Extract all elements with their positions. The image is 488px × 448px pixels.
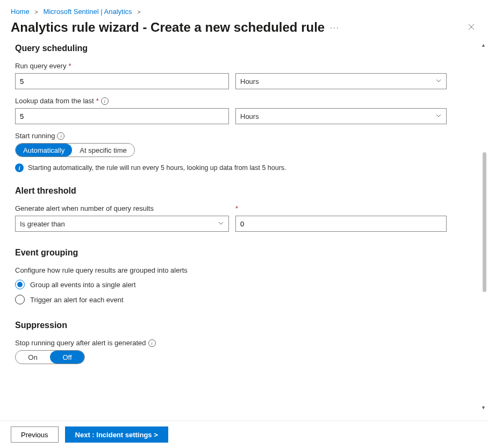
suppression-label: Stop running query after alert is genera…: [15, 339, 454, 347]
chevron-down-icon: [435, 112, 442, 120]
threshold-label: Generate alert when number of query resu…: [15, 204, 229, 212]
run-every-input[interactable]: [15, 73, 229, 89]
radio-group-all-label: Group all events into a single alert: [30, 281, 136, 289]
breadcrumb-sentinel[interactable]: Microsoft Sentinel | Analytics: [43, 8, 132, 16]
scrollbar-thumb[interactable]: [483, 152, 486, 292]
suppression-toggle[interactable]: On Off: [15, 350, 85, 364]
next-button[interactable]: Next : Incident settings >: [65, 426, 168, 443]
breadcrumb-sep: >: [34, 9, 38, 15]
start-running-auto[interactable]: Automatically: [16, 144, 72, 157]
page-title: Analytics rule wizard - Create a new sch…: [11, 20, 325, 35]
chevron-down-icon: [218, 220, 224, 228]
breadcrumb-sep: >: [137, 9, 140, 15]
start-running-specific[interactable]: At specific time: [72, 144, 134, 157]
section-alert-threshold: Alert threshold: [15, 186, 454, 196]
close-icon[interactable]: [468, 23, 475, 32]
schedule-info-message: i Starting automatically, the rule will …: [15, 163, 454, 172]
event-grouping-sub: Configure how rule query results are gro…: [15, 266, 454, 274]
info-icon[interactable]: i: [57, 132, 64, 140]
section-query-scheduling: Query scheduling: [15, 44, 454, 53]
form-content: Query scheduling Run query every* Hours …: [0, 41, 488, 411]
radio-each-event[interactable]: [15, 295, 25, 304]
radio-each-event-label: Trigger an alert for each event: [30, 296, 124, 304]
breadcrumb: Home > Microsoft Sentinel | Analytics >: [0, 0, 488, 20]
info-icon[interactable]: i: [148, 339, 156, 347]
required-star: *: [235, 204, 238, 212]
scroll-up-icon[interactable]: ▲: [481, 42, 486, 48]
lookup-unit-select[interactable]: Hours: [235, 108, 447, 124]
lookup-label: Lookup data from the last* i: [15, 97, 454, 105]
run-every-unit-select[interactable]: Hours: [235, 73, 447, 89]
start-running-label: Start running i: [15, 132, 454, 140]
chevron-down-icon: [435, 77, 442, 86]
previous-button[interactable]: Previous: [11, 426, 59, 443]
threshold-value-input[interactable]: [235, 216, 447, 232]
run-every-label: Run query every*: [15, 62, 454, 70]
lookup-input[interactable]: [15, 108, 229, 124]
breadcrumb-home[interactable]: Home: [11, 8, 30, 16]
section-suppression: Suppression: [15, 321, 454, 330]
info-icon[interactable]: i: [101, 97, 109, 105]
start-running-toggle[interactable]: Automatically At specific time: [15, 143, 135, 157]
scroll-down-icon[interactable]: ▼: [481, 405, 486, 410]
suppression-on[interactable]: On: [16, 351, 50, 364]
info-badge-icon: i: [15, 163, 24, 172]
suppression-off[interactable]: Off: [50, 351, 84, 364]
wizard-footer: Previous Next : Incident settings >: [0, 421, 488, 448]
threshold-operator-select[interactable]: Is greater than: [15, 216, 229, 232]
scrollbar[interactable]: ▲ ▼: [482, 45, 486, 408]
more-icon[interactable]: ···: [330, 23, 340, 32]
section-event-grouping: Event grouping: [15, 248, 454, 258]
radio-group-all[interactable]: [15, 280, 25, 289]
